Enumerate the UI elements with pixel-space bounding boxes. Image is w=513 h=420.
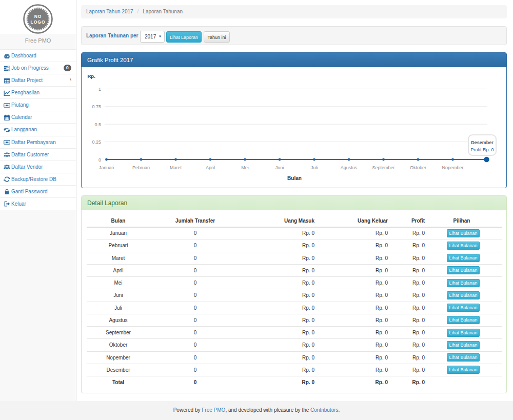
svg-text:Agustus: Agustus	[341, 165, 358, 170]
svg-text:April: April	[206, 165, 215, 170]
svg-text:1: 1	[98, 87, 101, 92]
svg-text:0.25: 0.25	[92, 139, 101, 145]
svg-text:Bulan: Bulan	[287, 175, 302, 181]
svg-text:Rp.: Rp.	[88, 73, 95, 79]
svg-text:0: 0	[98, 157, 101, 163]
svg-text:Januari: Januari	[99, 165, 114, 170]
svg-text:Nopember: Nopember	[442, 165, 463, 170]
svg-text:September: September	[372, 165, 394, 170]
svg-text:Oktober: Oktober	[410, 165, 426, 170]
svg-text:Desember: Desember	[471, 140, 494, 145]
svg-text:Juli: Juli	[311, 165, 318, 170]
svg-text:NO: NO	[34, 14, 42, 19]
svg-text:Mei: Mei	[241, 165, 249, 170]
svg-text:Juni: Juni	[275, 165, 284, 170]
svg-text:Profit Rp: 0: Profit Rp: 0	[470, 147, 494, 152]
svg-text:LOGO: LOGO	[30, 19, 45, 25]
svg-text:0.5: 0.5	[94, 122, 101, 127]
svg-text:0.75: 0.75	[92, 104, 101, 109]
svg-text:Maret: Maret	[170, 165, 182, 170]
svg-text:Pebruari: Pebruari	[132, 165, 150, 170]
